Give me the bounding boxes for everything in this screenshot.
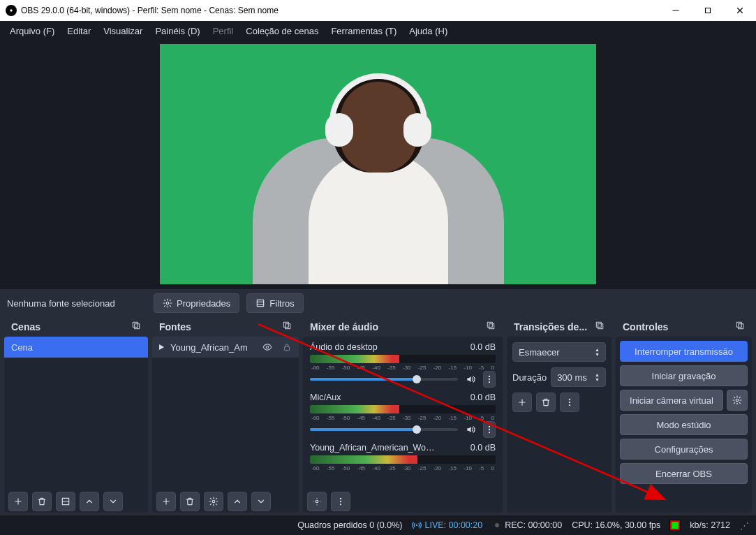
maximize-button[interactable] — [692, 0, 724, 21]
status-bar: Quadros perdidos 0 (0.0%) LIVE: 00:00:20… — [0, 515, 756, 535]
settings-button[interactable]: Configurações — [620, 439, 748, 460]
menu-ferramentas-t-[interactable]: Ferramentas (T) — [325, 23, 402, 39]
mixer-menu-button[interactable] — [331, 492, 350, 511]
live-indicator: LIVE: 00:00:20 — [412, 520, 482, 530]
svg-rect-42 — [596, 322, 601, 327]
svg-point-46 — [569, 399, 570, 400]
svg-rect-10 — [133, 322, 138, 327]
mixer-channel: Mic/Aux0.0 dB -60-55-50-45-40-35-30-25-2… — [303, 391, 503, 441]
close-button[interactable] — [724, 0, 756, 21]
svg-point-40 — [340, 501, 341, 502]
scene-up-button[interactable] — [80, 492, 99, 511]
titlebar: OBS 29.0.0 (64-bit, windows) - Perfil: S… — [0, 0, 756, 21]
menu-arquivo-f-[interactable]: Arquivo (F) — [4, 23, 60, 39]
stop-stream-button[interactable]: Interromper transmissão — [620, 341, 748, 362]
preview-area[interactable] — [0, 41, 756, 289]
svg-rect-20 — [285, 346, 290, 350]
remove-source-button[interactable] — [180, 492, 200, 511]
scene-down-button[interactable] — [103, 492, 123, 511]
app-logo — [6, 5, 17, 16]
audio-meter — [310, 355, 496, 363]
source-properties-button[interactable] — [204, 492, 223, 511]
svg-point-28 — [489, 379, 490, 380]
popout-icon[interactable] — [131, 321, 144, 333]
mixer-settings-button[interactable] — [307, 492, 327, 511]
remove-scene-button[interactable] — [32, 492, 52, 511]
svg-point-19 — [266, 346, 269, 349]
meter-ticks: -60-55-50-45-40-35-30-25-20-15-10-50 — [310, 365, 496, 372]
scene-filters-button[interactable] — [56, 492, 75, 511]
channel-name: Young_African_American_Woman_He — [310, 443, 436, 453]
volume-slider[interactable] — [310, 378, 458, 381]
spinner-icon[interactable]: ▲▼ — [595, 372, 600, 382]
volume-slider[interactable] — [310, 428, 458, 431]
menu-visualizar[interactable]: Visualizar — [98, 23, 148, 39]
scenes-title: Cenas — [11, 321, 40, 332]
svg-point-55 — [495, 523, 499, 527]
meter-ticks: -60-55-50-45-40-35-30-25-20-15-10-50 — [310, 415, 496, 422]
dropped-frames: Quadros perdidos 0 (0.0%) — [297, 520, 402, 530]
window-title: OBS 29.0.0 (64-bit, windows) - Perfil: S… — [21, 6, 660, 15]
duration-input[interactable]: 300 ms ▲▼ — [551, 367, 606, 387]
remove-transition-button[interactable] — [536, 393, 556, 412]
svg-point-29 — [489, 381, 490, 383]
svg-rect-50 — [739, 324, 743, 329]
add-scene-button[interactable] — [8, 492, 28, 511]
scenes-dock: Cenas Cena — [4, 317, 148, 513]
mixer-dock: Mixer de áudio Áudio do desktop0.0 dB -6… — [303, 317, 503, 513]
svg-point-51 — [736, 399, 739, 402]
speaker-icon[interactable] — [464, 372, 477, 386]
chevron-updown-icon: ▲▼ — [595, 347, 600, 357]
studio-mode-button[interactable]: Modo estúdio — [620, 414, 748, 435]
vcam-settings-button[interactable] — [727, 390, 748, 411]
channel-menu-button[interactable] — [483, 421, 496, 438]
add-transition-button[interactable] — [512, 393, 532, 412]
popout-icon[interactable] — [735, 321, 748, 333]
popout-icon[interactable] — [282, 321, 295, 333]
transitions-dock: Transições de... Esmaecer ▲▼ Duração 300… — [507, 317, 612, 513]
svg-point-6 — [166, 302, 169, 305]
svg-rect-49 — [736, 322, 741, 327]
minimize-button[interactable] — [660, 0, 692, 21]
svg-point-47 — [569, 402, 570, 403]
channel-name: Mic/Aux — [310, 393, 341, 402]
svg-point-37 — [313, 501, 314, 501]
svg-marker-30 — [467, 427, 470, 432]
menu-editar[interactable]: Editar — [61, 23, 96, 39]
channel-db: 0.0 dB — [470, 342, 496, 352]
menu-pain-is-d-[interactable]: Painéis (D) — [149, 23, 205, 39]
source-name: Young_African_Am — [170, 342, 255, 353]
lock-icon[interactable] — [279, 339, 295, 355]
add-source-button[interactable] — [156, 492, 176, 511]
menu-ajuda-h-[interactable]: Ajuda (H) — [403, 23, 453, 39]
popout-icon[interactable] — [486, 321, 498, 333]
menu-cole-o-de-cenas[interactable]: Coleção de cenas — [240, 23, 324, 39]
svg-point-36 — [316, 504, 317, 505]
resize-grip-icon[interactable]: ⋰ — [740, 520, 749, 531]
preview-canvas[interactable] — [160, 44, 596, 284]
speaker-icon[interactable] — [464, 423, 477, 437]
menu-perfil[interactable]: Perfil — [207, 23, 239, 39]
channel-menu-button[interactable] — [483, 371, 496, 388]
svg-point-32 — [489, 429, 490, 430]
source-item[interactable]: Young_African_Am — [152, 337, 299, 358]
start-record-button[interactable]: Iniciar gravação — [620, 365, 748, 386]
popout-icon[interactable] — [595, 321, 607, 333]
visibility-icon[interactable] — [260, 339, 275, 355]
mixer-channel: Young_African_American_Woman_He0.0 dB -6… — [303, 441, 503, 476]
source-up-button[interactable] — [228, 492, 247, 511]
scene-item[interactable]: Cena — [4, 337, 148, 358]
start-vcam-button[interactable]: Iniciar câmera virtual — [620, 390, 723, 411]
svg-point-34 — [316, 500, 318, 503]
transition-menu-button[interactable] — [560, 393, 579, 412]
cpu-fps: CPU: 16.0%, 30.00 fps — [572, 520, 660, 530]
svg-point-39 — [340, 498, 341, 499]
exit-button[interactable]: Encerrar OBS — [620, 463, 748, 484]
filters-button[interactable]: Filtros — [246, 293, 303, 313]
properties-button[interactable]: Propriedades — [154, 293, 239, 313]
transition-select[interactable]: Esmaecer ▲▼ — [512, 342, 606, 362]
source-down-button[interactable] — [251, 492, 271, 511]
duration-label: Duração — [512, 372, 547, 383]
svg-rect-24 — [487, 322, 492, 327]
svg-rect-7 — [258, 300, 264, 306]
